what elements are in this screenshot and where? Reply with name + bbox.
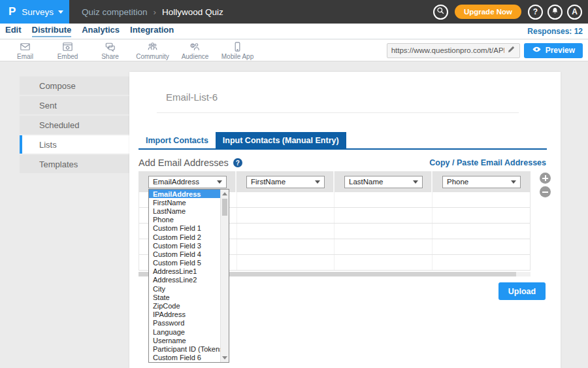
- nav-item-analytics[interactable]: Analytics: [82, 25, 120, 37]
- scroll-up-icon[interactable]: [222, 192, 227, 195]
- dropdown-option-phone[interactable]: Phone: [149, 216, 220, 224]
- scroll-down-icon[interactable]: [222, 356, 227, 360]
- column-select-value: Phone: [447, 178, 468, 186]
- column-header: Phone: [433, 171, 531, 192]
- dropdown-option-custom-field-5[interactable]: Custom Field 5: [149, 259, 220, 267]
- dropdown-option-ipaddress[interactable]: IPAddress: [149, 310, 220, 319]
- toolbar-item-community[interactable]: Community: [131, 41, 174, 60]
- dropdown-option-custom-field-3[interactable]: Custom Field 3: [149, 241, 220, 250]
- questionpro-logo: P: [8, 5, 16, 18]
- dropdown-option-participant-id-tokens[interactable]: Participant ID (Tokens): [149, 344, 220, 353]
- toolbar-item-audience[interactable]: $Audience: [174, 41, 216, 60]
- toolbar-item-embed[interactable]: Embed: [46, 41, 89, 60]
- help-tooltip-icon[interactable]: ?: [233, 158, 242, 167]
- survey-nav: EditDistributeAnalyticsIntegration Respo…: [0, 24, 588, 39]
- column-header: LastName: [335, 171, 433, 192]
- column-select-firstname[interactable]: FirstName: [246, 176, 325, 188]
- toolbar-item-label: Mobile App: [221, 53, 253, 60]
- dropdown-option-firstname[interactable]: FirstName: [149, 198, 220, 207]
- chevron-down-icon: [58, 10, 63, 14]
- remove-column-button[interactable]: [540, 186, 551, 197]
- dropdown-option-username[interactable]: Username: [149, 336, 220, 344]
- table-cell[interactable]: [237, 255, 335, 270]
- content-panel: Email-List-6 Import ContactsInput Contac…: [129, 72, 561, 368]
- chevron-down-icon: [315, 180, 320, 184]
- help-button[interactable]: ?: [528, 5, 543, 20]
- sidebar-item-templates[interactable]: Templates: [20, 155, 129, 173]
- section-title: Add Email Addresses: [139, 158, 229, 168]
- table-cell[interactable]: [237, 239, 335, 254]
- survey-url-value: https://www.questionpro.com/t/APNrFZ: [391, 46, 504, 54]
- section-header: Add Email Addresses ? Copy / Paste Email…: [139, 158, 546, 168]
- distribute-toolbar: EmailEmbedShareCommunity$AudienceMobile …: [0, 40, 588, 61]
- breadcrumb-parent[interactable]: Quiz competition: [82, 7, 148, 17]
- nav-tabs: EditDistributeAnalyticsIntegration: [5, 25, 174, 37]
- preview-button[interactable]: Preview: [524, 43, 583, 58]
- add-column-button[interactable]: [540, 173, 551, 184]
- topbar-actions: Upgrade Now ? A: [433, 5, 588, 20]
- dropdown-option-addressline2[interactable]: AddressLine2: [149, 276, 220, 284]
- table-cell[interactable]: [237, 208, 335, 223]
- search-button[interactable]: [433, 5, 448, 20]
- sidebar-item-scheduled[interactable]: Scheduled: [20, 116, 129, 134]
- dropdown-option-language[interactable]: Language: [149, 327, 220, 336]
- table-cell[interactable]: [335, 239, 433, 254]
- column-header: FirstName: [237, 171, 335, 192]
- responses-count[interactable]: Responses: 12: [527, 27, 583, 36]
- table-cell[interactable]: [433, 192, 531, 207]
- surveys-menu[interactable]: P Surveys: [0, 0, 69, 24]
- sidebar-item-sent[interactable]: Sent: [20, 96, 129, 114]
- copy-paste-link[interactable]: Copy / Paste Email Addresses: [429, 158, 546, 167]
- avatar[interactable]: A: [567, 5, 582, 20]
- nav-item-edit[interactable]: Edit: [5, 25, 22, 37]
- dropdown-option-custom-field-2[interactable]: Custom Field 2: [149, 233, 220, 241]
- sidebar-item-lists[interactable]: Lists: [20, 135, 129, 154]
- table-cell[interactable]: [335, 192, 433, 207]
- table-cell[interactable]: [237, 224, 335, 239]
- survey-url-field[interactable]: https://www.questionpro.com/t/APNrFZ: [387, 43, 520, 58]
- tab-input-contacts-manual-entry[interactable]: Input Contacts (Manual Entry): [216, 132, 346, 148]
- table-cell[interactable]: [433, 208, 531, 223]
- chevron-down-icon: [217, 180, 222, 184]
- column-select-lastname[interactable]: LastName: [344, 176, 423, 188]
- column-select-value: FirstName: [251, 178, 286, 186]
- table-cell[interactable]: [335, 208, 433, 223]
- table-cell[interactable]: [433, 255, 531, 270]
- dropdown-scrollbar-thumb[interactable]: [222, 199, 227, 216]
- dropdown-option-zipcode[interactable]: ZipCode: [149, 301, 220, 310]
- edit-url-icon[interactable]: [507, 44, 515, 56]
- toolbar-item-share[interactable]: Share: [89, 41, 131, 60]
- table-cell[interactable]: [335, 255, 433, 270]
- nav-item-distribute[interactable]: Distribute: [32, 25, 72, 37]
- dropdown-option-city[interactable]: City: [149, 284, 220, 293]
- topbar: P Surveys Quiz competition › Hollywood Q…: [0, 0, 588, 24]
- column-select-emailaddress[interactable]: EmailAddress: [148, 176, 227, 188]
- table-cell[interactable]: [433, 224, 531, 239]
- dropdown-option-state[interactable]: State: [149, 293, 220, 301]
- dropdown-option-custom-field-1[interactable]: Custom Field 1: [149, 224, 220, 233]
- dropdown-option-emailaddress[interactable]: EmailAddress: [149, 190, 220, 198]
- toolbar-item-label: Community: [136, 53, 169, 60]
- toolbar-item-email[interactable]: Email: [4, 41, 46, 60]
- table-cell[interactable]: [433, 239, 531, 254]
- breadcrumb-current: Hollywood Quiz: [162, 7, 223, 17]
- upload-button[interactable]: Upload: [498, 282, 546, 300]
- notifications-button[interactable]: [547, 5, 563, 20]
- preview-label: Preview: [546, 46, 575, 55]
- dropdown-options: EmailAddressFirstNameLastNamePhoneCustom…: [149, 190, 220, 362]
- table-cell[interactable]: [237, 192, 335, 207]
- toolbar-item-mobile-app[interactable]: Mobile App: [216, 41, 259, 60]
- sidebar-item-compose[interactable]: Compose: [20, 76, 129, 95]
- dropdown-scrollbar[interactable]: [220, 190, 229, 362]
- dropdown-option-addressline1[interactable]: AddressLine1: [149, 267, 220, 276]
- table-cell[interactable]: [335, 224, 433, 239]
- dropdown-option-custom-field-6[interactable]: Custom Field 6: [149, 354, 220, 362]
- upgrade-now-button[interactable]: Upgrade Now: [455, 5, 521, 19]
- column-select-phone[interactable]: Phone: [442, 176, 521, 188]
- dropdown-option-password[interactable]: Password: [149, 319, 220, 327]
- nav-item-integration[interactable]: Integration: [130, 25, 174, 37]
- dropdown-option-lastname[interactable]: LastName: [149, 207, 220, 215]
- tab-import-contacts[interactable]: Import Contacts: [139, 132, 216, 148]
- search-icon: [436, 7, 445, 17]
- dropdown-option-custom-field-4[interactable]: Custom Field 4: [149, 250, 220, 258]
